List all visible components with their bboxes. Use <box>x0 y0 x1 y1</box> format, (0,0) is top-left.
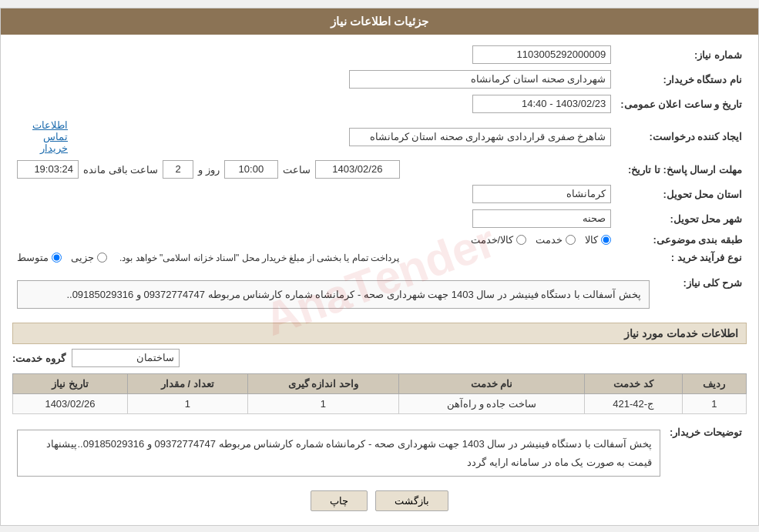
province-value: کرمانشاه <box>472 185 611 203</box>
category-option-kala-khedmat[interactable]: کالا/خدمت <box>471 234 527 246</box>
category-radio-group: کالا/خدمت خدمت کالا <box>17 234 611 246</box>
response-days: 2 <box>163 160 193 179</box>
category-radio-kala-khedmat[interactable] <box>516 235 526 245</box>
time-label: ساعت <box>283 164 311 176</box>
category-kala-khedmat-label: کالا/خدمت <box>471 234 514 246</box>
date-value: 1403/02/23 - 14:40 <box>472 95 611 113</box>
remaining-label: ساعت باقی مانده <box>83 164 158 176</box>
col-header-code: کد خدمت <box>584 374 682 394</box>
process-option-jozyi[interactable]: جزیی <box>71 252 107 263</box>
need-description: پخش آسفالت با دستگاه فینیشر در سال 1403 … <box>17 280 650 309</box>
buyer-notes-label: توضیحات خریدار: <box>665 422 747 480</box>
date-label: تاریخ و ساعت اعلان عمومی: <box>616 92 747 116</box>
category-radio-kala[interactable] <box>601 235 611 245</box>
process-note: پرداخت تمام یا بخشی از مبلغ خریدار محل "… <box>119 253 399 263</box>
table-row: 1 ج-42-421 ساخت جاده و راه‌آهن 1 1 1403/… <box>13 394 747 414</box>
days-label: روز و <box>198 164 220 176</box>
info-table: شماره نیاز: 1103005292000009 نام دستگاه … <box>12 42 747 266</box>
buttons-row: بازگشت چاپ <box>12 490 747 511</box>
col-header-quantity: تعداد / مقدار <box>127 374 247 394</box>
buyer-org-value: شهرداری صحنه استان کرمانشاه <box>349 70 611 89</box>
cell-code: ج-42-421 <box>584 394 682 414</box>
print-button[interactable]: چاپ <box>311 490 368 511</box>
need-number-label: شماره نیاز: <box>616 42 747 67</box>
buyer-notes-content: پخش آسفالت با دستگاه فینیشر در سال 1403 … <box>17 430 660 477</box>
need-desc-label: شرح کلی نیاز: <box>654 273 747 316</box>
cell-unit: 1 <box>247 394 398 414</box>
cell-row: 1 <box>682 394 746 414</box>
creator-label: ایجاد کننده درخواست: <box>616 116 747 157</box>
process-radio-group: متوسط جزیی <box>17 252 107 263</box>
buyer-notes-table: توضیحات خریدار: پخش آسفالت با دستگاه فین… <box>12 422 747 480</box>
creator-value: شاهرخ صفری قراردادی شهرداری صحنه استان ک… <box>349 128 611 146</box>
group-service-value: ساختمان <box>72 349 180 367</box>
buyer-org-label: نام دستگاه خریدار: <box>616 67 747 92</box>
response-date: 1403/02/26 <box>315 160 400 179</box>
services-section-title: اطلاعات خدمات مورد نیاز <box>12 323 747 344</box>
category-label: طبقه بندی موضوعی: <box>616 231 747 249</box>
page-title: جزئیات اطلاعات نیاز <box>331 15 428 28</box>
process-radio-jozyi[interactable] <box>97 253 107 263</box>
col-header-unit: واحد اندازه گیری <box>247 374 398 394</box>
process-label: نوع فرآیند خرید : <box>616 249 747 266</box>
cell-quantity: 1 <box>127 394 247 414</box>
col-header-row: ردیف <box>682 374 746 394</box>
category-khedmat-label: خدمت <box>536 234 563 246</box>
category-option-khedmat[interactable]: خدمت <box>536 234 576 246</box>
services-table: ردیف کد خدمت نام خدمت واحد اندازه گیری ت… <box>12 373 747 414</box>
category-option-kala[interactable]: کالا <box>585 234 611 246</box>
cell-date: 1403/02/26 <box>13 394 128 414</box>
response-remaining: 19:03:24 <box>17 160 79 179</box>
category-kala-label: کالا <box>585 234 598 246</box>
group-service-row: گروه خدمت: ساختمان <box>12 349 747 367</box>
province-label: استان محل تحویل: <box>616 182 747 206</box>
contact-link[interactable]: اطلاعات تماس خریدار <box>32 119 68 154</box>
col-header-date: تاریخ نیاز <box>13 374 128 394</box>
col-header-name: نام خدمت <box>398 374 584 394</box>
back-button[interactable]: بازگشت <box>375 490 448 511</box>
need-number-value: 1103005292000009 <box>472 45 611 64</box>
response-deadline-label: مهلت ارسال پاسخ: تا تاریخ: <box>616 157 747 182</box>
services-section: ردیف کد خدمت نام خدمت واحد اندازه گیری ت… <box>12 373 747 414</box>
page-header: جزئیات اطلاعات نیاز <box>1 8 758 35</box>
city-value: صحنه <box>472 209 611 228</box>
process-jozyi-label: جزیی <box>71 252 94 263</box>
category-radio-khedmat[interactable] <box>566 235 576 245</box>
process-motavaset-label: متوسط <box>17 252 49 263</box>
cell-name: ساخت جاده و راه‌آهن <box>398 394 584 414</box>
process-radio-motavaset[interactable] <box>52 253 62 263</box>
response-time: 10:00 <box>224 160 278 179</box>
process-option-motavaset[interactable]: متوسط <box>17 252 62 263</box>
group-service-label: گروه خدمت: <box>12 353 65 364</box>
description-table: شرح کلی نیاز: پخش آسفالت با دستگاه فینیش… <box>12 273 747 316</box>
city-label: شهر محل تحویل: <box>616 206 747 231</box>
